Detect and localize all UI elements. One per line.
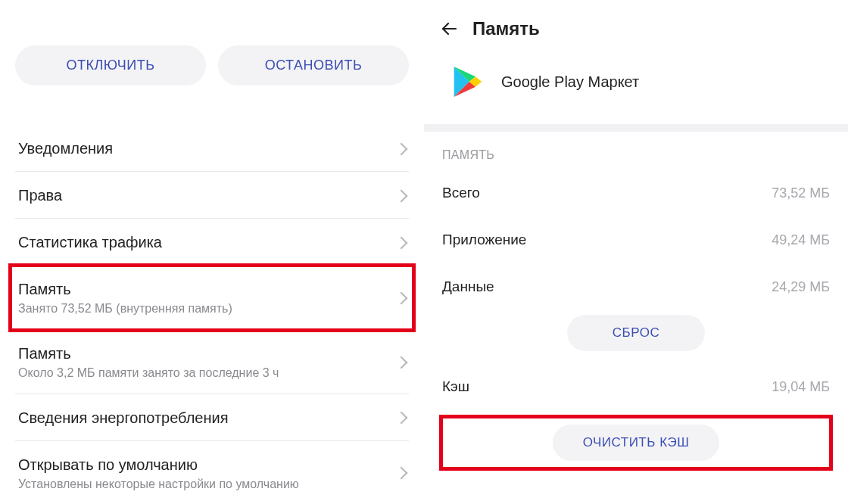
row-label: Сведения энергопотребления — [18, 408, 388, 428]
header: Память — [439, 14, 833, 48]
kv-label: Всего — [442, 185, 480, 201]
row-subtitle: Занято 73,52 МБ (внутренняя память) — [18, 301, 388, 317]
stop-button[interactable]: ОСТАНОВИТЬ — [218, 45, 409, 86]
kv-value: 73,52 МБ — [772, 185, 830, 201]
app-info-screen: ОТКЛЮЧИТЬ ОСТАНОВИТЬ Уведомления Права С… — [0, 0, 424, 504]
chevron-right-icon — [395, 356, 408, 369]
page-title: Память — [472, 18, 540, 39]
kv-label: Приложение — [442, 232, 526, 248]
row-label: Уведомления — [18, 138, 388, 159]
top-button-row: ОТКЛЮЧИТЬ ОСТАНОВИТЬ — [15, 45, 409, 86]
app-name: Google Play Маркет — [501, 73, 639, 91]
row-label: Права — [18, 185, 388, 206]
row-label: Память — [18, 344, 388, 364]
kv-label: Данные — [442, 278, 494, 295]
row-label: Память — [18, 279, 388, 300]
kv-value: 49,24 МБ — [772, 232, 830, 248]
chevron-right-icon — [395, 189, 408, 202]
row-memory[interactable]: Память Около 3,2 МБ памяти занято за пос… — [15, 330, 409, 394]
app-header: Google Play Маркет — [439, 48, 833, 124]
row-label: Открывать по умолчанию — [18, 455, 388, 475]
row-notifications[interactable]: Уведомления — [15, 125, 409, 172]
row-open-by-default[interactable]: Открывать по умолчанию Установлены некот… — [15, 441, 409, 504]
reset-button[interactable]: СБРОС — [567, 315, 705, 351]
chevron-right-icon — [395, 467, 408, 480]
kv-label: Кэш — [442, 378, 469, 395]
row-app-size: Приложение 49,24 МБ — [439, 216, 833, 263]
row-label: Статистика трафика — [18, 232, 388, 253]
disable-button[interactable]: ОТКЛЮЧИТЬ — [15, 45, 206, 86]
clear-cache-highlight: ОЧИСТИТЬ КЭШ — [439, 415, 833, 471]
chevron-right-icon — [395, 236, 408, 249]
section-label-memory: ПАМЯТЬ — [442, 148, 833, 162]
row-subtitle: Установлены некоторые настройки по умолч… — [18, 477, 388, 493]
row-permissions[interactable]: Права — [15, 172, 409, 219]
row-cache-size: Кэш 19,04 МБ — [439, 363, 833, 410]
chevron-right-icon — [395, 412, 408, 425]
storage-detail-screen: Память Google Play Маркет ПАМЯТЬ Всего 7… — [424, 0, 848, 504]
row-storage[interactable]: Память Занято 73,52 МБ (внутренняя памят… — [11, 266, 413, 330]
kv-value: 24,29 МБ — [772, 279, 830, 295]
row-power-usage[interactable]: Сведения энергопотребления — [15, 394, 409, 441]
row-total: Всего 73,52 МБ — [439, 170, 833, 216]
reset-button-wrap: СБРОС — [439, 315, 833, 351]
chevron-right-icon — [395, 142, 408, 155]
clear-cache-button[interactable]: ОЧИСТИТЬ КЭШ — [553, 425, 720, 461]
row-subtitle: Около 3,2 МБ памяти занято за последние … — [18, 366, 388, 381]
separator — [424, 124, 848, 132]
chevron-right-icon — [395, 291, 408, 304]
kv-value: 19,04 МБ — [772, 379, 830, 395]
row-traffic-stats[interactable]: Статистика трафика — [15, 219, 409, 266]
google-play-icon — [453, 65, 483, 98]
row-data-size: Данные 24,29 МБ — [439, 263, 833, 310]
back-arrow-icon[interactable] — [439, 19, 459, 39]
